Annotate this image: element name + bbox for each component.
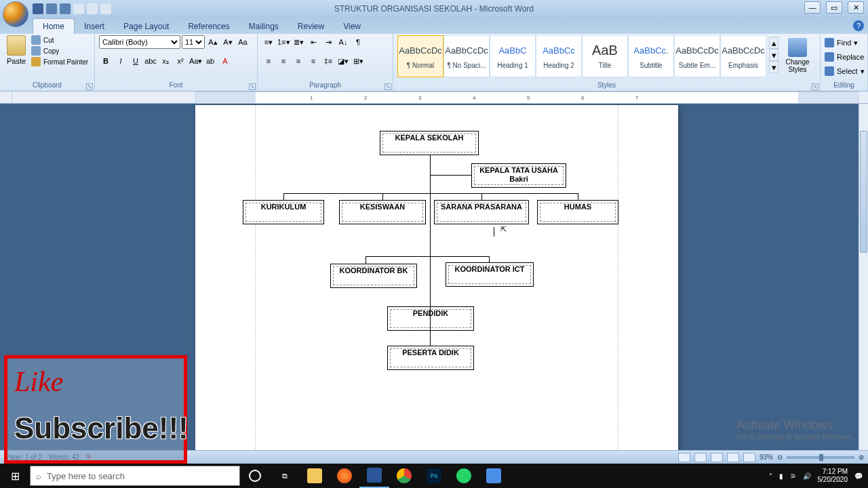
org-box-ict[interactable]: KOORDINATOR ICT	[446, 262, 534, 287]
chrome-icon[interactable]	[389, 464, 419, 488]
paste-button[interactable]: Paste	[4, 35, 28, 65]
tray-expand-icon[interactable]: ˄	[769, 472, 772, 480]
align-left-button[interactable]: ≡	[262, 54, 275, 68]
style-heading-1[interactable]: AaBbCHeading 1	[490, 35, 536, 77]
org-box-sarana[interactable]: SARANA PRASARANA	[434, 200, 529, 224]
zoom-level[interactable]: 93%	[760, 453, 773, 461]
firefox-icon[interactable]	[330, 464, 359, 488]
style-scroll-up[interactable]: ▴	[769, 37, 778, 49]
view-full-screen[interactable]	[694, 453, 707, 462]
task-view-icon[interactable]: ⧉	[270, 464, 300, 488]
org-box-humas[interactable]: HUMAS	[537, 200, 618, 224]
line-spacing-button[interactable]: ‡≡	[321, 54, 335, 68]
strikethrough-button[interactable]: abc	[144, 54, 157, 68]
copy-button[interactable]: Copy	[31, 46, 88, 56]
undo-icon[interactable]	[46, 3, 57, 14]
find-button[interactable]: Find ▾	[825, 38, 858, 47]
numbering-button[interactable]: 1≡▾	[277, 35, 290, 49]
view-print-layout[interactable]	[678, 453, 690, 462]
clock[interactable]: 7:12 PM 5/20/2020	[818, 468, 848, 484]
horizontal-ruler[interactable]: 1 2 3 4 5 6 7	[195, 92, 859, 104]
file-explorer-icon[interactable]	[300, 464, 330, 488]
tab-page-layout[interactable]: Page Layout	[114, 19, 178, 34]
save-icon[interactable]	[33, 3, 43, 14]
wifi-icon[interactable]: ⚞	[790, 472, 796, 480]
justify-button[interactable]: ≡	[307, 54, 320, 68]
decrease-indent-button[interactable]: ⇤	[307, 35, 320, 49]
org-box-peserta[interactable]: PESERTA DIDIK	[387, 346, 474, 370]
multilevel-button[interactable]: ≣▾	[292, 35, 305, 49]
zoom-out-button[interactable]: ⊖	[777, 453, 783, 461]
volume-icon[interactable]: 🔊	[803, 472, 811, 480]
subscript-button[interactable]: x₂	[159, 54, 172, 68]
align-center-button[interactable]: ≡	[277, 54, 290, 68]
view-draft[interactable]	[743, 453, 755, 462]
align-right-button[interactable]: ≡	[292, 54, 305, 68]
photoshop-icon[interactable]: Ps	[419, 464, 449, 488]
cut-button[interactable]: Cut	[31, 35, 88, 45]
page[interactable]: KEPALA SEKOLAH KEPALA TATA USAHABakri KU…	[195, 105, 678, 464]
style-scroll-down[interactable]: ▾	[769, 49, 778, 61]
tab-mailings[interactable]: Mailings	[239, 19, 288, 34]
borders-button[interactable]: ⊞▾	[351, 54, 365, 68]
tab-review[interactable]: Review	[288, 19, 334, 34]
help-icon[interactable]: ?	[853, 20, 864, 31]
font-color-button[interactable]: A	[218, 54, 232, 68]
scrollbar-thumb[interactable]	[860, 131, 867, 253]
style-heading-2[interactable]: AaBbCcHeading 2	[536, 35, 582, 77]
show-marks-button[interactable]: ¶	[351, 35, 365, 49]
tab-insert[interactable]: Insert	[75, 19, 114, 34]
underline-button[interactable]: U	[129, 54, 142, 68]
tab-references[interactable]: References	[178, 19, 239, 34]
org-box-kurikulum[interactable]: KURIKULUM	[243, 200, 324, 224]
word-icon[interactable]	[359, 464, 389, 488]
tab-view[interactable]: View	[334, 19, 370, 34]
redo-icon[interactable]	[60, 3, 71, 14]
style-more[interactable]: ▾	[769, 61, 778, 73]
bullets-button[interactable]: ≡▾	[262, 35, 275, 49]
change-styles-button[interactable]: Change Styles	[781, 35, 814, 73]
style-emphasis[interactable]: AaBbCcDcEmphasis	[720, 35, 766, 77]
taskbar-search[interactable]: ⌕ Type here to search	[30, 466, 240, 486]
close-button[interactable]: ✕	[848, 1, 864, 14]
print-preview-icon[interactable]	[87, 3, 98, 14]
font-size-select[interactable]: 11	[182, 35, 205, 49]
italic-button[interactable]: I	[114, 54, 127, 68]
zoom-slider[interactable]	[787, 456, 854, 459]
increase-indent-button[interactable]: ⇥	[321, 35, 335, 49]
font-dialog-launcher[interactable]: ⤡	[249, 83, 256, 90]
office-button[interactable]	[3, 1, 28, 27]
style-no-spacing[interactable]: AaBbCcDc¶ No Spaci...	[443, 35, 490, 77]
maximize-button[interactable]: ▭	[826, 1, 842, 14]
paragraph-dialog-launcher[interactable]: ⤡	[384, 83, 391, 90]
view-outline[interactable]	[727, 453, 739, 462]
clipboard-dialog-launcher[interactable]: ⤡	[86, 83, 93, 90]
style-normal[interactable]: AaBbCcDc¶ Normal	[397, 35, 443, 77]
battery-icon[interactable]: ▮	[779, 472, 783, 480]
format-painter-button[interactable]: Format Painter	[31, 57, 88, 66]
start-button[interactable]: ⊞	[0, 464, 30, 488]
shrink-font-button[interactable]: A▾	[221, 35, 235, 49]
superscript-button[interactable]: x²	[174, 54, 187, 68]
replace-button[interactable]: Replace	[825, 52, 864, 62]
zoom-in-button[interactable]: ⊕	[859, 453, 864, 461]
style-gallery[interactable]: AaBbCcDc¶ Normal AaBbCcDc¶ No Spaci... A…	[397, 35, 766, 77]
org-box-kepala[interactable]: KEPALA SEKOLAH	[380, 131, 479, 155]
print-icon[interactable]	[100, 3, 111, 14]
notifications-icon[interactable]: 💬	[854, 472, 863, 480]
cortana-icon[interactable]	[240, 464, 270, 488]
bold-button[interactable]: B	[99, 54, 113, 68]
shading-button[interactable]: ◪▾	[336, 54, 350, 68]
clear-formatting-button[interactable]: Aa	[236, 35, 250, 49]
style-title[interactable]: AaBTitle	[582, 35, 628, 77]
style-subtitle[interactable]: AaBbCc.Subtitle	[628, 35, 674, 77]
whatsapp-icon[interactable]	[449, 464, 479, 488]
select-button[interactable]: Select ▾	[825, 66, 865, 76]
tab-home[interactable]: Home	[33, 18, 75, 34]
new-icon[interactable]	[73, 3, 84, 14]
org-box-kesiswaan[interactable]: KESISWAAN	[339, 200, 426, 224]
change-case-button[interactable]: Aa▾	[189, 54, 202, 68]
style-subtle-emphasis[interactable]: AaBbCcDcSubtle Em...	[674, 35, 720, 77]
org-box-bk[interactable]: KOORDINATOR BK	[330, 264, 417, 288]
minimize-button[interactable]: —	[804, 1, 821, 14]
